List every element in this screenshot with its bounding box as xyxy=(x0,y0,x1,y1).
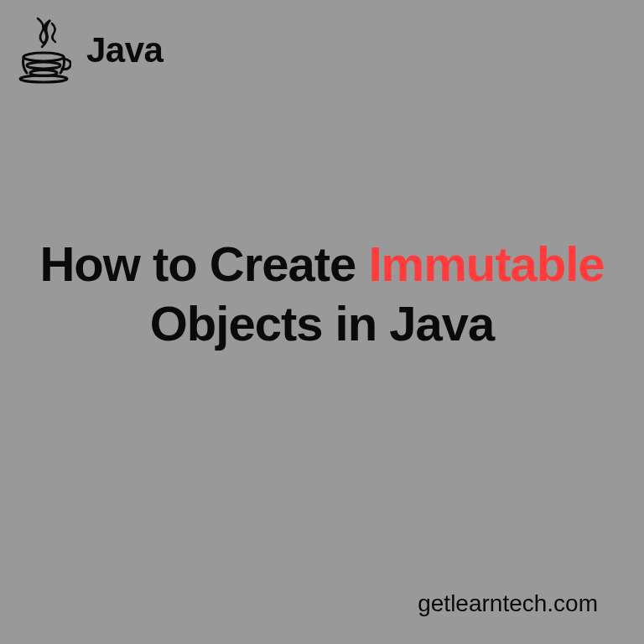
title-part-1: How to Create xyxy=(39,236,368,291)
svg-point-3 xyxy=(20,75,67,82)
title-highlight: Immutable xyxy=(369,236,605,291)
logo-text: Java xyxy=(86,30,163,70)
title-container: How to Create Immutable Objects in Java xyxy=(0,235,644,354)
footer-url: getlearntech.com xyxy=(418,590,598,617)
title-part-2: Objects in Java xyxy=(150,296,495,351)
svg-point-1 xyxy=(27,62,60,69)
svg-point-0 xyxy=(23,53,64,61)
page-title: How to Create Immutable Objects in Java xyxy=(34,235,610,354)
logo-area: Java xyxy=(17,17,163,84)
java-logo-icon xyxy=(17,17,71,84)
